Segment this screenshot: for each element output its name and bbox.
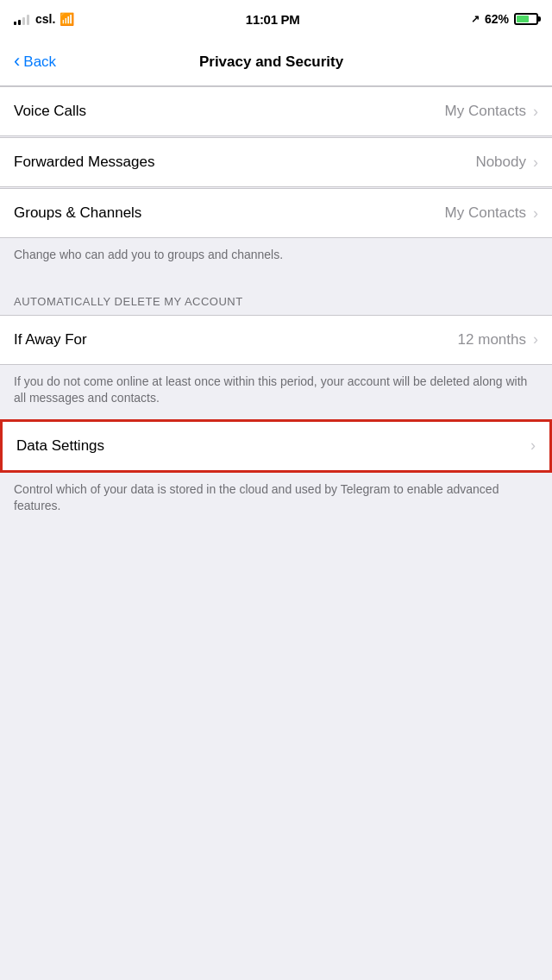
forwarded-messages-value: Nobody [475, 154, 526, 171]
groups-channels-chevron-icon: › [533, 204, 538, 223]
groups-channels-section: Groups & Channels My Contacts › [0, 188, 552, 238]
wifi-icon: 📶 [60, 12, 74, 26]
signal-bar-2 [18, 20, 21, 25]
if-away-for-row[interactable]: If Away For 12 months › [0, 316, 552, 364]
groups-channels-label: Groups & Channels [14, 204, 445, 222]
forwarded-messages-section: Forwarded Messages Nobody › [0, 137, 552, 187]
battery-icon [514, 13, 538, 25]
battery-fill [517, 16, 529, 22]
if-away-for-label: If Away For [14, 331, 458, 349]
settings-content: Voice Calls My Contacts › Forwarded Mess… [0, 86, 552, 527]
data-settings-chevron-icon: › [530, 437, 536, 455]
voice-calls-value: My Contacts [445, 103, 526, 120]
voice-calls-chevron-icon: › [533, 103, 538, 121]
battery-container [514, 13, 538, 25]
voice-calls-row[interactable]: Voice Calls My Contacts › [0, 87, 552, 135]
status-bar: csl. 📶 11:01 PM ↗ 62% [0, 0, 552, 38]
signal-bar-4 [27, 15, 29, 25]
status-bar-right: ↗ 62% [471, 12, 538, 26]
auto-delete-section-header: AUTOMATICALLY DELETE MY ACCOUNT [0, 276, 552, 315]
back-button[interactable]: ‹ Back [14, 53, 56, 71]
location-icon: ↗ [471, 13, 480, 25]
voice-calls-label: Voice Calls [14, 103, 445, 120]
if-away-for-description: If you do not come online at least once … [0, 365, 552, 419]
carrier-label: csl. [35, 12, 55, 26]
signal-bar-1 [14, 22, 16, 25]
back-chevron-icon: ‹ [14, 52, 20, 71]
signal-bar-3 [22, 17, 25, 25]
forwarded-messages-row[interactable]: Forwarded Messages Nobody › [0, 138, 552, 186]
battery-percent-label: 62% [485, 12, 509, 26]
status-bar-left: csl. 📶 [14, 12, 74, 26]
if-away-for-value: 12 months [458, 331, 526, 349]
forwarded-messages-chevron-icon: › [533, 154, 538, 172]
data-settings-row[interactable]: Data Settings › [3, 422, 549, 470]
forwarded-messages-label: Forwarded Messages [14, 154, 475, 171]
data-settings-description: Control which of your data is stored in … [0, 473, 552, 527]
voice-calls-section: Voice Calls My Contacts › [0, 86, 552, 136]
groups-channels-value: My Contacts [445, 204, 526, 222]
groups-channels-description: Change who can add you to groups and cha… [0, 238, 552, 276]
if-away-for-section: If Away For 12 months › [0, 315, 552, 365]
page-title: Privacy and Security [56, 53, 486, 71]
back-label: Back [23, 53, 56, 71]
signal-bars-icon [14, 13, 29, 25]
data-settings-section: Data Settings › [0, 419, 552, 473]
groups-channels-row[interactable]: Groups & Channels My Contacts › [0, 189, 552, 237]
data-settings-label: Data Settings [16, 437, 524, 455]
status-time: 11:01 PM [246, 12, 300, 27]
if-away-for-chevron-icon: › [533, 330, 538, 349]
nav-bar: ‹ Back Privacy and Security [0, 38, 552, 86]
